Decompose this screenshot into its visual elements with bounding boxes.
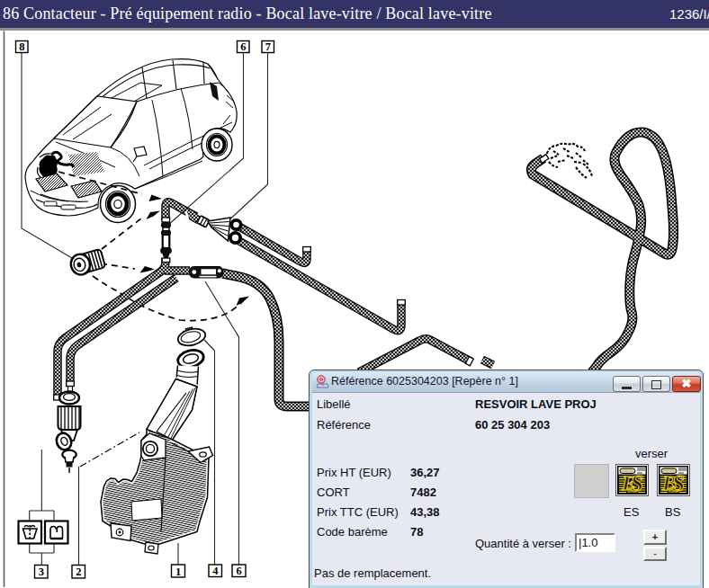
svg-text:4: 4 [212, 565, 219, 577]
svg-text:8: 8 [19, 40, 24, 53]
svg-text:S: S [631, 471, 643, 495]
svg-text:2: 2 [76, 566, 81, 578]
svg-text:1: 1 [175, 566, 181, 578]
svg-text:7: 7 [265, 40, 271, 53]
svg-text:6: 6 [240, 40, 246, 53]
svg-text:S: S [672, 471, 685, 495]
svg-text:6: 6 [236, 565, 241, 577]
svg-text:3: 3 [39, 566, 44, 578]
